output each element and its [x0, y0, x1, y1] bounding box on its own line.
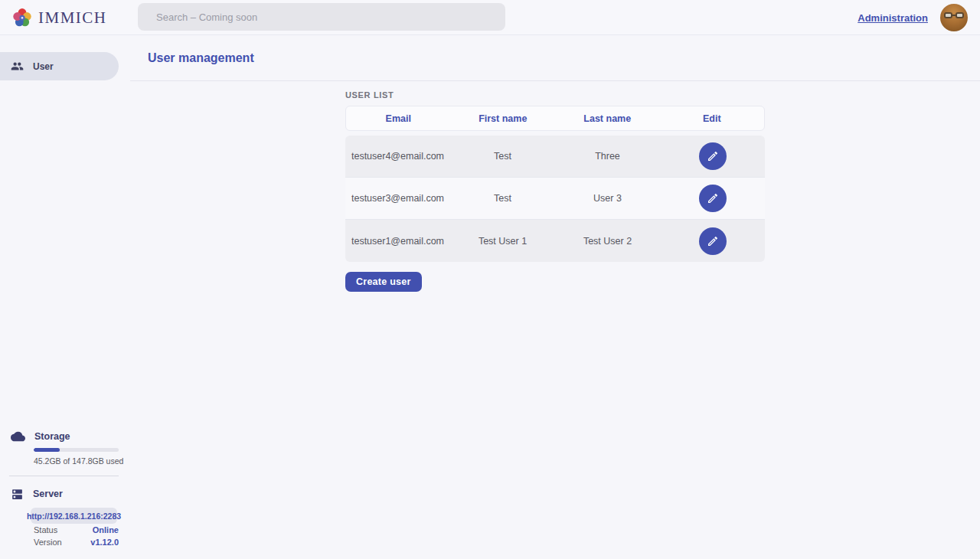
- status-value: Online: [93, 525, 119, 534]
- cell-last-name: Test User 2: [555, 236, 660, 247]
- col-header-edit: Edit: [660, 113, 765, 124]
- version-label: Version: [34, 538, 62, 547]
- sidebar-item-label: User: [33, 61, 54, 72]
- sidebar-item-user[interactable]: User: [0, 52, 119, 80]
- brand-name: IMMICH: [38, 8, 107, 28]
- table-row: testuser4@email.com Test Three: [345, 136, 765, 178]
- table-row: testuser3@email.com Test User 3: [345, 178, 765, 220]
- cell-first-name: Test: [450, 193, 555, 204]
- server-status-row: Status Online: [34, 524, 119, 536]
- administration-link[interactable]: Administration: [858, 12, 928, 24]
- storage-usage-text: 45.2GB of 147.8GB used: [34, 456, 130, 466]
- col-header-last-name: Last name: [555, 113, 660, 124]
- brand: IMMICH: [12, 0, 107, 35]
- cell-last-name: Three: [555, 151, 660, 162]
- col-header-email: Email: [346, 113, 451, 124]
- pencil-icon: [707, 192, 719, 204]
- create-user-button[interactable]: Create user: [345, 272, 422, 292]
- table-row: testuser1@email.com Test User 1 Test Use…: [345, 220, 765, 262]
- user-table: testuser4@email.com Test Three testuser3…: [345, 136, 765, 262]
- col-header-first-name: First name: [451, 113, 556, 124]
- user-avatar[interactable]: [940, 4, 968, 31]
- sidebar: User Storage 45.2GB of 147.8GB used: [0, 35, 130, 559]
- page-title: User management: [148, 51, 254, 65]
- storage-progress-fill: [34, 448, 60, 452]
- avatar-glasses-decoration: [944, 12, 963, 19]
- server-version-row: Version v1.12.0: [34, 536, 119, 548]
- users-icon: [11, 60, 24, 73]
- cell-email: testuser1@email.com: [345, 236, 450, 247]
- storage-title: Storage: [34, 431, 70, 442]
- cell-email: testuser3@email.com: [345, 193, 450, 204]
- storage-progress-track: [34, 448, 119, 452]
- pencil-icon: [707, 235, 719, 247]
- cell-email: testuser4@email.com: [345, 151, 450, 162]
- top-nav: IMMICH Administration: [0, 0, 980, 35]
- server-section-header: Server: [0, 486, 130, 502]
- status-label: Status: [34, 525, 57, 534]
- cell-last-name: User 3: [555, 193, 660, 204]
- immich-flower-icon: [12, 8, 32, 28]
- edit-user-button[interactable]: [699, 227, 727, 255]
- server-url[interactable]: http://192.168.1.216:2283: [31, 508, 117, 524]
- edit-user-button[interactable]: [699, 185, 727, 212]
- dns-icon: [11, 488, 24, 501]
- table-header: Email First name Last name Edit: [345, 106, 765, 131]
- version-value: v1.12.0: [90, 538, 119, 547]
- title-bar: User management: [130, 35, 980, 81]
- server-title: Server: [33, 489, 63, 499]
- search-input[interactable]: [138, 3, 505, 31]
- sidebar-divider: [9, 476, 119, 476]
- cloud-icon: [11, 431, 25, 442]
- cell-first-name: Test User 1: [450, 236, 555, 247]
- pencil-icon: [707, 150, 719, 162]
- nav-right: Administration: [858, 0, 968, 35]
- user-list-label: USER LIST: [345, 90, 765, 100]
- storage-section-header: Storage: [0, 429, 130, 444]
- edit-user-button[interactable]: [699, 142, 727, 170]
- app-root: IMMICH Administration User: [0, 0, 980, 559]
- sidebar-footer: Storage 45.2GB of 147.8GB used Server ht…: [0, 429, 130, 548]
- cell-first-name: Test: [450, 151, 555, 162]
- main-panel: User management USER LIST Email First na…: [130, 35, 980, 559]
